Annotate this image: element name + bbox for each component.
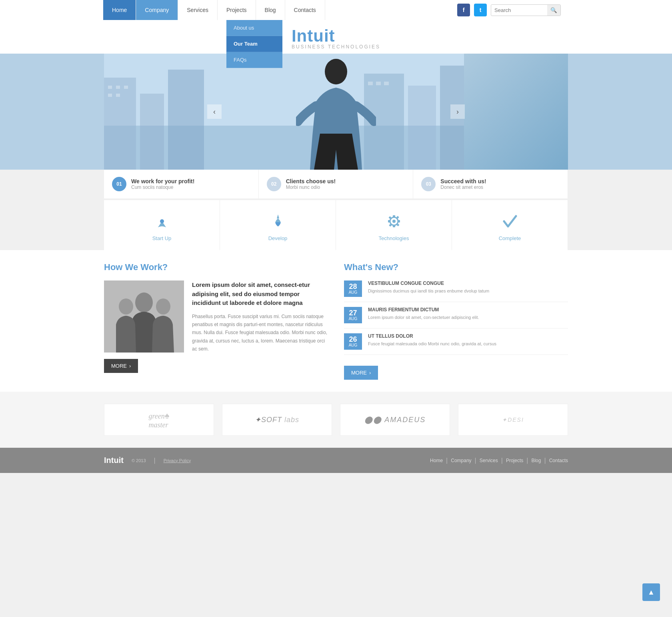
partner-label-4: ✦DESI [502,417,524,423]
news-title-2: MAURIS FERMENTUM DICTUM [368,307,479,313]
how-work-text: Lorem ipsum dolor sit amet, consect-etur… [192,280,328,353]
icon-technologies-label: Technologies [379,235,409,241]
icons-section: Start Up Develop [0,200,672,250]
news-text-3: Fusce feugiat malesuada odio Morbi nunc … [368,341,496,347]
footer-nav-services[interactable]: Services [480,458,498,463]
how-work-title: How We Work? [104,262,328,272]
hero-prev-button[interactable]: ‹ [207,104,222,119]
icon-complete-label: Complete [499,235,521,241]
dropdown-item-faqs[interactable]: FAQs [226,52,282,68]
svg-point-30 [119,298,133,315]
news-item-3: 26 AUG UT TELLUS DOLOR Fusce feugiat mal… [344,333,568,355]
step-title-3: Succeed with us! [440,178,486,184]
step-content-3: Succeed with us! Donec sit amet eros [440,178,486,190]
step-1: 01 We work for your profit! Cum sociis n… [104,170,259,198]
hero-next-button[interactable]: › [450,104,465,119]
svg-rect-9 [108,86,112,89]
step-subtitle-1: Cum sociis natoque [131,184,194,190]
complete-icon [500,211,520,231]
whats-new-section: What's New? 28 AUG VESTIBULUM CONGUE CON… [344,262,568,380]
icons-list: Start Up Develop [104,200,568,250]
step-num-2: 02 [267,177,281,191]
dropdown-item-about[interactable]: About us [226,20,282,36]
steps-list: 01 We work for your profit! Cum sociis n… [104,170,568,198]
facebook-button[interactable]: f [457,4,470,16]
footer-nav-home[interactable]: Home [430,458,443,463]
nav-right: f t 🔍 [449,0,569,20]
nav-item-services[interactable]: Services [178,0,218,20]
navbar: Home Company Services Projects Blog Cont… [103,0,569,20]
svg-rect-4 [140,94,164,170]
icon-develop[interactable]: Develop [220,200,336,250]
news-body-1: VESTIBULUM CONGUE CONGUE Dignissimos duc… [368,280,489,294]
step-subtitle-2: Morbi nunc odio [286,184,336,190]
how-work-lead: Lorem ipsum dolor sit amet, consect-etur… [192,280,328,308]
nav-item-projects[interactable]: Projects [218,0,256,20]
nav-item-contacts[interactable]: Contacts [285,0,325,20]
partner-2: ✦SOFT labs [222,404,332,436]
logo-text: Intuit [292,26,380,46]
search-input[interactable] [491,5,547,15]
icon-complete[interactable]: Complete [452,200,568,250]
whats-new-title: What's New? [344,262,568,272]
partner-label-2: ✦SOFT labs [255,415,299,424]
company-dropdown: About us Our Team FAQs [226,20,282,68]
step-2: 02 Clients choose us! Morbi nunc odio [259,170,414,198]
news-item-2: 27 AUG MAURIS FERMENTUM DICTUM Lorem ips… [344,307,568,329]
partners-section: green♠ master ✦SOFT labs ⬤⬤ AMADEUS ✦DES… [0,392,672,448]
step-num-1: 01 [112,177,126,191]
hero-image [296,54,376,170]
how-work-more-button[interactable]: MORE › [104,359,138,373]
icon-develop-label: Develop [268,235,288,241]
svg-point-17 [160,219,164,223]
svg-point-31 [156,298,170,315]
icon-technologies[interactable]: Technologies [336,200,452,250]
svg-rect-3 [104,78,136,170]
icon-startup[interactable]: Start Up [104,200,220,250]
how-work-body-text: Phasellus porta. Fusce suscipit varius m… [192,313,328,353]
news-date-1: 28 AUG [344,280,362,297]
logo-subtitle: BUSINESS TECHNOLOGIES [292,44,380,50]
news-title-1: VESTIBULUM CONGUE CONGUE [368,280,489,286]
dropdown-item-ourteam[interactable]: Our Team [226,36,282,52]
svg-rect-15 [376,82,381,85]
svg-rect-12 [108,94,112,97]
startup-icon [152,211,172,231]
develop-icon [268,211,288,231]
footer-privacy-link[interactable]: Privacy Policy [164,458,191,463]
svg-rect-20 [393,215,395,217]
svg-rect-7 [408,86,436,170]
footer-nav-projects[interactable]: Projects [506,458,523,463]
nav-item-home[interactable]: Home [103,0,136,20]
nav-item-company[interactable]: Company [136,0,178,20]
footer-nav-blog[interactable]: Blog [531,458,541,463]
nav-item-blog[interactable]: Blog [256,0,285,20]
svg-rect-21 [393,225,395,227]
twitter-button[interactable]: t [474,4,487,16]
how-we-work-section: How We Work? Lorem [104,262,328,380]
partner-4: ✦DESI [458,404,568,436]
hero-background [104,54,464,170]
news-item-1: 28 AUG VESTIBULUM CONGUE CONGUE Dignissi… [344,280,568,302]
svg-rect-22 [388,220,390,222]
step-title-1: We work for your profit! [131,178,194,184]
footer-nav-company[interactable]: Company [451,458,471,463]
svg-point-19 [392,220,396,223]
svg-rect-13 [116,94,120,97]
news-text-1: Dignissimos ducimus qui iandl tiis praes… [368,288,489,294]
footer-nav-contacts[interactable]: Contacts [549,458,568,463]
news-body-2: MAURIS FERMENTUM DICTUM Lorem ipsum dolo… [368,307,479,321]
search-box: 🔍 [491,4,561,16]
step-3: 03 Succeed with us! Donec sit amet eros [413,170,568,198]
step-num-3: 03 [421,177,436,191]
svg-point-0 [325,59,347,84]
news-body-3: UT TELLUS DOLOR Fusce feugiat malesuada … [368,333,496,347]
search-button[interactable]: 🔍 [547,5,560,16]
footer-copy: © 2013 [132,458,146,463]
main-content: How We Work? Lorem [0,250,672,392]
whats-new-more-button[interactable]: MORE › [344,366,378,380]
footer-logo: Intuit [104,456,124,465]
svg-rect-10 [116,86,120,89]
partner-label-1: green♠ master [148,411,169,429]
svg-rect-5 [168,70,204,170]
